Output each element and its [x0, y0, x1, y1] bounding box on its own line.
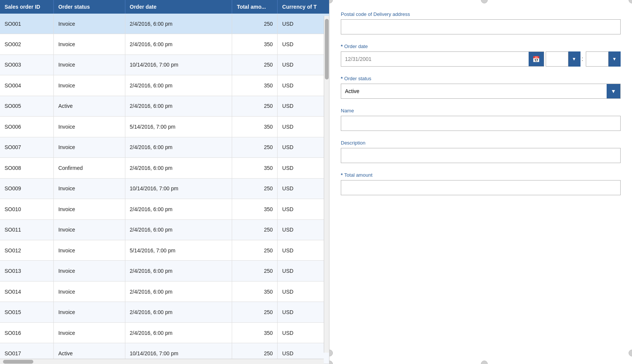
name-label: Name	[341, 108, 621, 114]
cell-id: SO006	[0, 117, 53, 137]
cell-status: Invoice	[53, 219, 125, 240]
cell-id: SO008	[0, 158, 53, 178]
chevron-down-icon-3: ▼	[611, 88, 616, 94]
cell-amount: 250	[232, 302, 278, 322]
cell-currency: USD	[278, 281, 329, 302]
cell-status: Invoice	[53, 199, 125, 219]
cell-currency: USD	[278, 54, 329, 75]
vertical-scrollbar[interactable]	[324, 16, 329, 353]
table-row[interactable]: SO015Invoice2/4/2016, 6:00 pm250USD	[0, 302, 329, 322]
cell-currency: USD	[278, 322, 329, 343]
table-row[interactable]: SO008Confirmed2/4/2016, 6:00 pm350USD	[0, 158, 329, 178]
cell-currency: USD	[278, 302, 329, 322]
resize-handle-tc[interactable]	[481, 0, 488, 3]
cell-id: SO010	[0, 199, 53, 219]
resize-handle-tr[interactable]	[629, 0, 632, 3]
table-row[interactable]: SO013Invoice2/4/2016, 6:00 pm250USD	[0, 261, 329, 281]
table-panel: Sales order ID Order status Order date T…	[0, 0, 329, 364]
cell-amount: 250	[232, 261, 278, 281]
total-amount-input[interactable]	[341, 180, 621, 195]
resize-handle-ml[interactable]	[329, 350, 333, 356]
minute-dropdown-btn[interactable]: ▼	[609, 51, 621, 67]
cell-status: Invoice	[53, 54, 125, 75]
table-row[interactable]: SO011Invoice2/4/2016, 6:00 pm250USD	[0, 219, 329, 240]
cell-date: 2/4/2016, 6:00 pm	[125, 302, 232, 322]
cell-id: SO001	[0, 14, 53, 34]
total-amount-field: * Total amount	[341, 172, 621, 195]
order-date-required-star: *	[341, 44, 343, 49]
table-row[interactable]: SO002Invoice2/4/2016, 6:00 pm350USD	[0, 34, 329, 54]
cell-status: Invoice	[53, 117, 125, 137]
cell-date: 2/4/2016, 6:00 pm	[125, 281, 232, 302]
order-status-display: Active	[341, 84, 607, 98]
cell-date: 5/14/2016, 7:00 pm	[125, 240, 232, 261]
cell-date: 10/14/2016, 7:00 pm	[125, 54, 232, 75]
cell-date: 10/14/2016, 7:00 pm	[125, 178, 232, 199]
cell-id: SO002	[0, 34, 53, 54]
cell-date: 2/4/2016, 6:00 pm	[125, 137, 232, 157]
table-row[interactable]: SO007Invoice2/4/2016, 6:00 pm250USD	[0, 137, 329, 157]
cell-id: SO007	[0, 137, 53, 157]
total-amount-label: * Total amount	[341, 172, 621, 178]
col-header-amount: Total amo...	[232, 0, 278, 14]
cell-id: SO009	[0, 178, 53, 199]
order-date-label: * Order date	[341, 44, 621, 49]
cell-amount: 350	[232, 158, 278, 178]
horizontal-scrollbar[interactable]	[0, 359, 324, 364]
cell-status: Invoice	[53, 34, 125, 54]
cell-amount: 250	[232, 240, 278, 261]
order-status-dropdown-btn[interactable]: ▼	[607, 84, 620, 98]
table-row[interactable]: SO009Invoice10/14/2016, 7:00 pm250USD	[0, 178, 329, 199]
cell-status: Confirmed	[53, 158, 125, 178]
hour-input[interactable]: 00	[546, 51, 568, 67]
calendar-button[interactable]: 📅	[529, 52, 544, 66]
hscrollbar-thumb[interactable]	[3, 360, 33, 364]
cell-id: SO012	[0, 240, 53, 261]
col-header-date: Order date	[125, 0, 232, 14]
cell-date: 2/4/2016, 6:00 pm	[125, 158, 232, 178]
time-minute-wrap: 00 ▼	[586, 51, 621, 67]
cell-id: SO005	[0, 96, 53, 116]
time-hour-wrap: 00 ▼	[546, 51, 581, 67]
table-row[interactable]: SO006Invoice5/14/2016, 7:00 pm350USD	[0, 117, 329, 137]
cell-currency: USD	[278, 75, 329, 96]
description-input[interactable]	[341, 148, 621, 163]
resize-handle-tl[interactable]	[329, 0, 333, 3]
cell-currency: USD	[278, 178, 329, 199]
cell-date: 2/4/2016, 6:00 pm	[125, 34, 232, 54]
resize-handle-bc[interactable]	[481, 361, 488, 364]
table-row[interactable]: SO005Active2/4/2016, 6:00 pm250USD	[0, 96, 329, 116]
order-status-select-wrap: Active ▼	[341, 84, 621, 99]
resize-handle-mr[interactable]	[629, 350, 632, 356]
scrollbar-thumb[interactable]	[325, 19, 329, 79]
name-input[interactable]	[341, 116, 621, 131]
total-amount-required-star: *	[341, 172, 343, 178]
order-status-label: * Order status	[341, 76, 621, 81]
minute-input[interactable]: 00	[586, 51, 609, 67]
table-row[interactable]: SO012Invoice5/14/2016, 7:00 pm250USD	[0, 240, 329, 261]
table-row[interactable]: SO001Invoice2/4/2016, 6:00 pm250USD	[0, 14, 329, 34]
table-row[interactable]: SO003Invoice10/14/2016, 7:00 pm250USD	[0, 54, 329, 75]
order-status-required-star: *	[341, 76, 343, 81]
calendar-icon: 📅	[532, 56, 540, 63]
cell-amount: 250	[232, 137, 278, 157]
postal-code-input[interactable]	[341, 19, 621, 34]
table-row[interactable]: SO004Invoice2/4/2016, 6:00 pm350USD	[0, 75, 329, 96]
cell-currency: USD	[278, 261, 329, 281]
table-row[interactable]: SO010Invoice2/4/2016, 6:00 pm350USD	[0, 199, 329, 219]
table-row[interactable]: SO016Invoice2/4/2016, 6:00 pm350USD	[0, 322, 329, 343]
cell-id: SO004	[0, 75, 53, 96]
cell-status: Invoice	[53, 14, 125, 34]
cell-amount: 250	[232, 14, 278, 34]
cell-id: SO003	[0, 54, 53, 75]
cell-status: Invoice	[53, 75, 125, 96]
table-row[interactable]: SO014Invoice2/4/2016, 6:00 pm350USD	[0, 281, 329, 302]
cell-date: 2/4/2016, 6:00 pm	[125, 96, 232, 116]
order-date-input[interactable]	[341, 52, 529, 66]
resize-handle-bl[interactable]	[329, 361, 333, 364]
cell-amount: 350	[232, 199, 278, 219]
cell-date: 2/4/2016, 6:00 pm	[125, 219, 232, 240]
hour-dropdown-btn[interactable]: ▼	[568, 51, 581, 67]
cell-status: Invoice	[53, 240, 125, 261]
date-input-wrap: 📅	[341, 51, 544, 67]
